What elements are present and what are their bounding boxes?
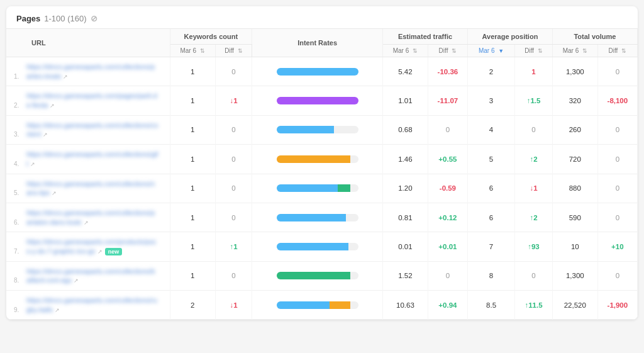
- url-text[interactable]: https://dmco.gamesaparts.com/products/po…: [26, 238, 157, 255]
- avgpos-diff: 0: [515, 261, 553, 290]
- pages-title: Pages: [16, 14, 40, 23]
- totalvol-diff: 0: [597, 57, 637, 86]
- filter-icon[interactable]: ⊘: [91, 14, 97, 23]
- keywords-mar6: 1: [170, 174, 215, 203]
- table-row: 1.https://dmco.gamesaparts.com/collectio…: [6, 57, 638, 86]
- keywords-diff: 0: [215, 115, 252, 144]
- keywords-diff: ↓1: [215, 291, 252, 320]
- url-text[interactable]: https://dmco.gamesaparts.com/pages/parti…: [26, 92, 157, 109]
- diff-value: ↓1: [230, 301, 237, 309]
- totalvol-mar6: 1,300: [552, 57, 597, 86]
- table-row: 8.https://dmco.gamesaparts.com/collectio…: [6, 261, 638, 290]
- col-avg-pos: Average position: [468, 29, 553, 45]
- totalvol-diff: +10: [597, 232, 637, 261]
- main-table-container: Pages 1-100 (160) ⊘ URL Keywords count I…: [6, 6, 638, 320]
- row-number: 7.: [14, 248, 26, 255]
- diff-value: +0.01: [438, 243, 457, 250]
- intent-segment: [277, 214, 347, 221]
- url-cell: 7.https://dmco.gamesaparts.com/products/…: [6, 232, 170, 261]
- table-row: 3.https://dmco.gamesaparts.com/collectio…: [6, 115, 638, 144]
- col-keywords: Keywords count: [170, 29, 252, 45]
- intent-cell: [252, 232, 383, 261]
- url-text[interactable]: https://dmco.gamesaparts.com/collections…: [26, 63, 155, 80]
- avgpos-mar6: 4: [468, 115, 515, 144]
- url-cell: 1.https://dmco.gamesaparts.com/collectio…: [6, 57, 170, 86]
- keywords-mar6: 1: [170, 57, 215, 86]
- pages-count: 1-100 (160): [44, 14, 86, 23]
- diff-value: +0.55: [438, 155, 457, 163]
- external-link-icon[interactable]: ↗: [52, 190, 57, 196]
- intent-bar: [277, 184, 358, 192]
- diff-value: ↓1: [230, 97, 237, 104]
- url-text[interactable]: https://dmco.gamesaparts.com/collections…: [26, 209, 155, 226]
- intent-cell: [252, 57, 383, 86]
- diff-value: ↑2: [530, 155, 537, 163]
- url-cell: 4.https://dmco.gamesaparts.com/collectio…: [6, 145, 170, 174]
- diff-value: +10: [611, 243, 624, 250]
- totalvol-diff: 0: [597, 174, 637, 203]
- sub-traffic-mar6[interactable]: Mar 6 ⇅: [382, 45, 428, 57]
- external-link-icon[interactable]: ↗: [74, 277, 79, 284]
- diff-value: ↑11.5: [525, 301, 542, 309]
- url-cell: 3.https://dmco.gamesaparts.com/collectio…: [6, 115, 170, 144]
- diff-value: -1,900: [608, 301, 628, 309]
- url-cell: 6.https://dmco.gamesaparts.com/collectio…: [6, 203, 170, 232]
- intent-cell: [252, 291, 383, 320]
- traffic-mar6: 1.20: [382, 174, 428, 203]
- intent-bar: [277, 126, 358, 133]
- intent-segment: [277, 272, 350, 279]
- intent-bar: [277, 243, 358, 250]
- url-cell: 9.https://dmco.gamesaparts.com/collectio…: [6, 291, 170, 320]
- intent-segment: [330, 301, 350, 309]
- table-row: 2.https://dmco.gamesaparts.com/pages/par…: [6, 86, 638, 115]
- intent-segment: [277, 301, 330, 309]
- traffic-mar6: 10.63: [382, 291, 428, 320]
- intent-bar: [277, 68, 358, 76]
- intent-cell: [252, 261, 383, 290]
- traffic-mar6: 0.81: [382, 203, 428, 232]
- intent-segment: [277, 126, 334, 133]
- url-text[interactable]: https://dmco.gamesaparts.com/collections…: [26, 150, 158, 167]
- sub-traffic-diff[interactable]: Diff ⇅: [428, 45, 467, 57]
- sub-avgpos-diff[interactable]: Diff ⇅: [515, 45, 553, 57]
- avgpos-mar6: 2: [468, 57, 515, 86]
- url-text[interactable]: https://dmco.gamesaparts.com/collections…: [26, 296, 157, 313]
- diff-value: -0.59: [440, 184, 456, 192]
- avgpos-mar6: 6: [468, 174, 515, 203]
- external-link-icon[interactable]: ↗: [63, 74, 68, 80]
- sub-avgpos-mar6[interactable]: Mar 6 ▼: [468, 45, 515, 57]
- sub-totalvol-diff[interactable]: Diff ⇅: [597, 45, 637, 57]
- sub-totalvol-mar6[interactable]: Mar 6 ⇅: [552, 45, 597, 57]
- external-link-icon[interactable]: ↗: [43, 132, 48, 138]
- external-link-icon[interactable]: ↗: [84, 220, 89, 226]
- traffic-mar6: 0.68: [382, 115, 428, 144]
- url-text[interactable]: https://dmco.gamesaparts.com/collections…: [26, 267, 155, 284]
- traffic-diff: +0.01: [428, 232, 467, 261]
- totalvol-mar6: 10: [552, 232, 597, 261]
- col-traffic: Estimated traffic: [382, 29, 467, 45]
- sort-icon: ⇅: [200, 48, 205, 54]
- sub-keywords-diff[interactable]: Diff ⇅: [215, 45, 252, 57]
- external-link-icon[interactable]: ↗: [97, 249, 103, 255]
- table-row: 4.https://dmco.gamesaparts.com/collectio…: [6, 145, 638, 174]
- keywords-diff: 0: [215, 57, 252, 86]
- row-number: 9.: [14, 306, 26, 313]
- row-number: 5.: [14, 189, 26, 196]
- avgpos-diff: 0: [515, 115, 553, 144]
- keywords-mar6: 1: [170, 261, 215, 290]
- keywords-mar6: 1: [170, 115, 215, 144]
- sub-keywords-mar6[interactable]: Mar 6 ⇅: [170, 45, 215, 57]
- avgpos-mar6: 7: [468, 232, 515, 261]
- intent-segment: [338, 184, 350, 192]
- external-link-icon[interactable]: ↗: [50, 103, 55, 109]
- traffic-diff: 0: [428, 261, 467, 290]
- intent-bar: [277, 97, 358, 104]
- intent-segment: [277, 243, 348, 250]
- totalvol-mar6: 260: [552, 115, 597, 144]
- diff-value: ↑1.5: [527, 97, 541, 104]
- external-link-icon[interactable]: ↗: [30, 161, 35, 167]
- url-text[interactable]: https://dmco.gamesaparts.com/collections…: [26, 180, 155, 197]
- totalvol-diff: 0: [597, 115, 637, 144]
- sort-icon: ⇅: [452, 48, 457, 54]
- external-link-icon[interactable]: ↗: [55, 307, 60, 313]
